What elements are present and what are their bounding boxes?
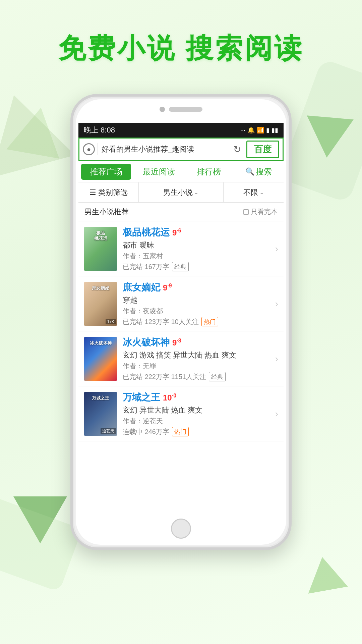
book-cover-3: 冰火破坏神 [84,337,117,381]
book-author-4: 作者：逆苍天 [123,417,273,426]
filter-gender-button[interactable]: 男生小说 ⌄ [139,182,223,202]
phone-camera [160,107,165,112]
book-title-row-1: 极品桃花运 9·6 [123,226,273,239]
book-meta-text-3: 已完结 222万字 1151人关注 [123,372,206,381]
book-meta-text-1: 已完结 167万字 [123,262,169,271]
cover-title-1: 极品桃花运 [84,230,117,242]
book-title-2: 庶女嫡妃 [123,281,160,294]
filter-limit-button[interactable]: 不限 ⌄ [224,182,284,202]
tab-bar: 推荐广场 最近阅读 排行榜 🔍 搜索 [78,161,284,182]
book-item-2[interactable]: 庶女嫡妃 17K 庶女嫡妃 9·9 穿越 作者：夜凌都 已完结 123万字 1 [78,276,284,331]
book-genre-3: 玄幻 游戏 搞笑 异世大陆 热血 爽文 [123,350,273,360]
book-meta-4: 连载中 246万字 热门 [123,427,273,436]
book-item-1[interactable]: 极品桃花运 极品桃花运 9·6 都市 暖昧 作者：五家村 已完结 167万字 [78,221,284,276]
tab-search-label: 搜索 [256,166,272,177]
tab-recent[interactable]: 最近阅读 [134,161,184,182]
tab-search[interactable]: 🔍 搜索 [234,161,284,182]
phone-camera-area [160,107,202,112]
book-info-4: 万域之王 10·0 玄幻 异世大陆 热血 爽文 作者：逆苍天 连载中 246万字… [123,391,273,436]
book-cover-1: 极品桃花运 [84,227,117,271]
status-icons: ··· 🔔 📶 ▮ ▮▮ [240,126,278,134]
book-cover-4: 万城之王 逆苍天 [84,392,117,436]
baidu-search-button[interactable]: 百度 [246,141,279,158]
signal-icon: ··· [240,127,245,134]
cover-title-3: 冰火破坏神 [84,340,117,346]
mute-icon: 🔔 [247,126,255,134]
filter-limit-label: 不限 [243,187,258,198]
status-bar: 晚上 8:08 ··· 🔔 📶 ▮ ▮▮ [78,123,284,138]
phone-home-button[interactable] [171,519,191,539]
book-tag-1: 经典 [172,262,189,271]
bg-decoration-2 [6,103,67,159]
chevron-down-icon: ⌄ [194,189,198,196]
cover-badge-2: 17K [106,319,116,324]
book-info-3: 冰火破坏神 9·8 玄幻 游戏 搞笑 异世大陆 热血 爽文 作者：无罪 已完结 … [123,336,273,381]
book-info-1: 极品桃花运 9·6 都市 暖昧 作者：五家村 已完结 167万字 经典 [123,226,273,271]
chevron-right-icon-3: › [275,354,278,364]
filter-category-button[interactable]: ☰ 类别筛选 [78,182,139,202]
list-icon: ☰ [89,188,96,197]
section-filter-label: 只看完本 [251,207,278,216]
phone-inner: 晚上 8:08 ··· 🔔 📶 ▮ ▮▮ ● 好看的男生小说推荐_趣阅读 ↻ [76,99,286,545]
book-genre-4: 玄幻 异世大陆 热血 爽文 [123,405,273,415]
refresh-icon[interactable]: ↻ [230,143,244,156]
book-meta-text-4: 连载中 246万字 [123,427,169,436]
search-query-text: 好看的男生小说推荐_趣阅读 [102,144,228,154]
book-author-1: 作者：五家村 [123,252,273,261]
book-list: 极品桃花运 极品桃花运 9·6 都市 暖昧 作者：五家村 已完结 167万字 [78,221,284,441]
filter-checkbox[interactable] [243,209,249,215]
search-icon: 🔍 [245,167,254,176]
book-title-row-3: 冰火破坏神 9·8 [123,336,273,349]
tab-recommend[interactable]: 推荐广场 [81,164,131,180]
book-tag-2: 热门 [201,317,218,326]
book-author-3: 作者：无罪 [123,362,273,371]
book-title-row-4: 万域之王 10·0 [123,391,273,404]
section-filter[interactable]: 只看完本 [243,207,278,216]
book-meta-1: 已完结 167万字 经典 [123,262,273,271]
book-genre-1: 都市 暖昧 [123,240,273,250]
section-title: 男生小说推荐 [84,207,129,217]
search-bar[interactable]: ● 好看的男生小说推荐_趣阅读 ↻ 百度 [78,138,284,161]
cover-title-2: 庶女嫡妃 [84,285,117,291]
book-meta-text-2: 已完结 123万字 10人关注 [123,317,199,326]
cover-title-4: 万城之王 [84,395,117,401]
book-meta-2: 已完结 123万字 10人关注 热门 [123,317,273,326]
tab-ranking[interactable]: 排行榜 [184,161,234,182]
book-meta-3: 已完结 222万字 1151人关注 经典 [123,372,273,381]
book-title-1: 极品桃花运 [123,226,170,239]
chevron-right-icon-1: › [275,244,278,254]
section-header: 男生小说推荐 只看完本 [78,203,284,221]
cover-badge-4: 逆苍天 [101,428,116,434]
chevron-right-icon-2: › [275,299,278,309]
phone-mockup: 晚上 8:08 ··· 🔔 📶 ▮ ▮▮ ● 好看的男生小说推荐_趣阅读 ↻ [70,94,292,570]
chevron-right-icon-4: › [275,409,278,419]
bg-decoration-6 [302,553,348,593]
book-rating-1: 9·6 [172,228,181,237]
status-time: 晚上 8:08 [84,125,115,135]
camera-icon: ▮ [266,126,269,134]
tab-recent-label: 最近阅读 [143,166,175,177]
book-rating-3: 9·8 [172,338,181,347]
book-item-3[interactable]: 冰火破坏神 冰火破坏神 9·8 玄幻 游戏 搞笑 异世大陆 热血 爽文 作者：无… [78,331,284,386]
filter-gender-label: 男生小说 [163,187,193,198]
globe-icon: ● [83,143,95,155]
book-title-4: 万域之王 [123,391,160,404]
battery-icon: ▮▮ [272,126,278,134]
book-rating-4: 10·0 [163,393,176,402]
book-item-4[interactable]: 万城之王 逆苍天 万域之王 10·0 玄幻 异世大陆 热血 爽文 作者：逆苍天 [78,386,284,441]
filter-bar: ☰ 类别筛选 男生小说 ⌄ 不限 ⌄ [78,182,284,203]
phone-speaker [169,107,202,112]
book-info-2: 庶女嫡妃 9·9 穿越 作者：夜凌都 已完结 123万字 10人关注 热门 [123,281,273,326]
tab-ranking-label: 排行榜 [197,166,221,177]
wifi-icon: 📶 [257,126,264,134]
book-title-3: 冰火破坏神 [123,336,170,349]
filter-category-label: 类别筛选 [98,187,128,198]
search-divider [98,143,98,155]
book-title-row-2: 庶女嫡妃 9·9 [123,281,273,294]
book-tag-4: 热门 [172,427,189,436]
chevron-down-icon-2: ⌄ [259,189,264,196]
phone-screen: 晚上 8:08 ··· 🔔 📶 ▮ ▮▮ ● 好看的男生小说推荐_趣阅读 ↻ [78,123,284,515]
book-tag-3: 经典 [209,372,226,381]
book-cover-2: 庶女嫡妃 17K [84,282,117,326]
phone-outer: 晚上 8:08 ··· 🔔 📶 ▮ ▮▮ ● 好看的男生小说推荐_趣阅读 ↻ [70,94,292,550]
